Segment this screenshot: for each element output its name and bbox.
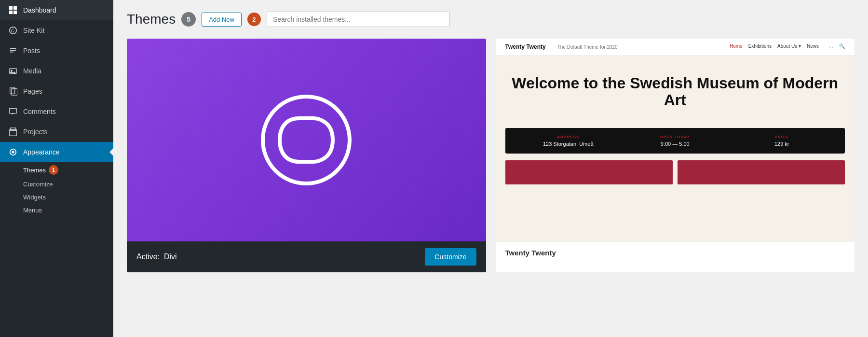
sidebar-sub-themes[interactable]: Themes 1 [0,162,113,178]
sidebar-item-pages[interactable]: Pages [0,81,113,101]
tt-nav-exhibitions: Exhibitions [748,43,772,50]
themes-grid: Active: Divi Customize Twenty Twenty The… [127,39,854,272]
tt-nav-logo: Twenty Twenty [505,43,546,50]
tt-nav-dots: ··· [828,43,833,50]
svg-rect-9 [11,89,17,96]
tt-nav-search: 🔍 [839,43,845,50]
tt-nav-tagline: The Default Theme for 2020 [557,44,618,50]
main-content: Themes 5 Add New 2 Active: Divi Customiz… [113,0,868,337]
sidebar: Dashboard G Site Kit Posts Media Pages C… [0,0,113,337]
svg-point-11 [263,97,350,183]
divi-logo-icon [258,92,354,188]
projects-icon [8,126,18,137]
tt-hero-title: Welcome to the Swedish Museum of Modern … [510,75,841,109]
tt-nav-links: Home Exhibitions About Us ▾ News ··· 🔍 [730,43,845,50]
page-header: Themes 5 Add New 2 [127,12,854,27]
page-title: Themes [127,12,176,27]
appearance-icon [8,147,18,157]
tt-nav-news: News [807,43,819,50]
themes-count-badge: 5 [181,12,196,27]
tt-hero: Welcome to the Swedish Museum of Modern … [496,56,855,128]
tt-bottom-bars [496,154,855,184]
theme-card-twenty-twenty: Twenty Twenty The Default Theme for 2020… [496,39,855,272]
sidebar-item-comments[interactable]: Comments [0,101,113,122]
tt-nav: Twenty Twenty The Default Theme for 2020… [496,39,855,56]
svg-rect-2 [9,11,13,14]
sidebar-item-posts[interactable]: Posts [0,41,113,61]
svg-rect-0 [9,6,13,10]
divi-theme-footer: Active: Divi Customize [127,241,486,272]
sidebar-sub-customize[interactable]: Customize [0,178,113,191]
themes-badge: 1 [49,165,58,175]
tt-preview-inner: Twenty Twenty The Default Theme for 2020… [496,39,855,241]
tt-nav-about: About Us ▾ [777,43,801,50]
svg-rect-1 [14,6,17,10]
svg-text:G: G [11,28,14,33]
theme-card-divi: Active: Divi Customize [127,39,486,272]
sidebar-active-arrow [109,148,113,156]
sidebar-sub-menus[interactable]: Menus [0,204,113,217]
active-theme-label: Active: Divi [136,253,177,261]
media-icon [8,66,18,76]
tt-bar-2 [678,160,845,184]
tt-info-address: ADDRESS 123 Storgatan, Umeå [515,135,622,147]
search-input[interactable] [267,12,450,27]
comments-icon [8,106,18,117]
sitekit-icon: G [8,25,18,36]
dashboard-icon [8,5,18,15]
sidebar-item-sitekit[interactable]: G Site Kit [0,20,113,41]
sidebar-item-projects[interactable]: Projects [0,122,113,142]
add-new-button[interactable]: Add New [202,13,242,27]
svg-rect-8 [10,87,15,94]
posts-icon [8,45,18,56]
search-number-badge: 2 [247,13,261,26]
divi-preview [127,39,486,241]
tt-info-open: OPEN TODAY 9:00 — 5:00 [622,135,729,147]
customize-button[interactable]: Customize [425,248,476,266]
sidebar-sub-widgets[interactable]: Widgets [0,191,113,204]
twenty-twenty-preview: Twenty Twenty The Default Theme for 2020… [496,39,855,241]
twenty-twenty-name: Twenty Twenty [505,249,556,257]
svg-rect-3 [14,11,17,14]
sidebar-item-media[interactable]: Media [0,61,113,81]
sidebar-item-dashboard[interactable]: Dashboard [0,0,113,20]
twenty-twenty-footer: Twenty Twenty [496,241,855,264]
pages-icon [8,86,18,97]
tt-nav-home: Home [730,43,743,50]
tt-info-price: PRICE 129 kr [729,135,836,147]
tt-info-bar: ADDRESS 123 Storgatan, Umeå OPEN TODAY 9… [505,128,845,154]
svg-point-10 [12,151,14,153]
tt-bar-1 [505,160,673,184]
sidebar-item-appearance[interactable]: Appearance [0,142,113,162]
